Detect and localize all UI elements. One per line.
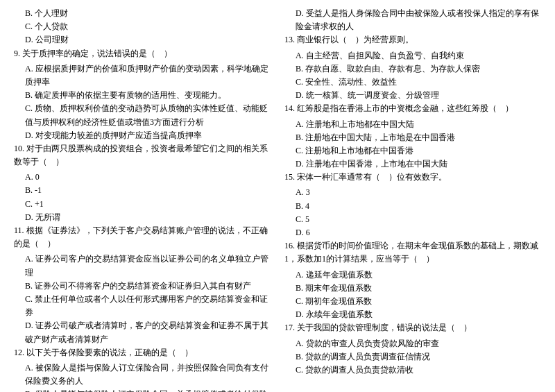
option-item: C. 个人贷款 [25, 20, 271, 33]
option-item: B. 贷款的调查人员负责调查征信情况 [296, 350, 541, 364]
question-title: 16. 根据货币的时间价值理论，在期末年金现值系数的基础上，期数减1，系数加1的… [284, 239, 541, 266]
option-item: D. 永续年金现值系数 [296, 308, 541, 321]
option-item: A. 0 [25, 171, 271, 184]
question-title: 12. 以下关于各保险要素的说法，正确的是（ ） [14, 346, 271, 359]
option-item: D. 无所谓 [25, 211, 271, 224]
option-item: B. -1 [25, 184, 271, 197]
page-container: B. 个人理财C. 个人贷款D. 公司理财9. 关于质押率的确定，说法错误的是（… [14, 7, 541, 392]
option-item: B. 个人理财 [25, 7, 271, 20]
left-column: B. 个人理财C. 个人贷款D. 公司理财9. 关于质押率的确定，说法错误的是（… [14, 7, 271, 392]
option-item: A. 自主经营、自担风险、自负盈亏、自我约束 [296, 49, 541, 62]
option-item: A. 注册地和上市地都在中国大陆 [296, 118, 541, 131]
option-item: B. 4 [296, 200, 541, 213]
option-item: C. +1 [25, 198, 271, 211]
option-item: A. 证券公司客户的交易结算资金应当以证券公司的名义单独立户管理 [25, 253, 271, 279]
option-item: B. 存款自愿、取款自由、存款有息、为存款人保密 [296, 62, 541, 76]
option-item: C. 注册地和上市地都在中国香港 [296, 144, 541, 157]
option-item: A. 递延年金现值系数 [296, 269, 541, 282]
option-item: A. 应根据质押财产的价值和质押财产价值的变动因素，科学地确定质押率 [25, 62, 271, 89]
question-title: 13. 商业银行以（ ）为经营原则。 [284, 33, 541, 46]
question-title: 15. 宋体一种汇率通常有（ ）位有效数字。 [284, 171, 541, 184]
option-item: C. 期初年金现值系数 [296, 295, 541, 308]
option-item: B. 保险人是指与被保险人订立保险合同，并承担赔偿或者给付保险金责任的保险公司 [25, 388, 271, 392]
question-title: 17. 关于我国的贷款管理制度，错误的说法是（ ） [284, 321, 541, 334]
right-column: D. 受益人是指人身保险合同中由被保险人或者投保人指定的享有保险金请求权的人13… [284, 7, 541, 392]
option-item: D. 6 [296, 226, 541, 239]
question-title: 10. 对于由两只股票构成的投资组合，投资者最希望它们之间的相关系数等于（ ） [14, 142, 271, 169]
option-item: C. 安全性、流动性、效益性 [296, 76, 541, 89]
question-title: 9. 关于质押率的确定，说法错误的是（ ） [14, 47, 271, 60]
option-item: C. 5 [296, 213, 541, 226]
option-item: B. 期末年金现值系数 [296, 282, 541, 295]
option-item: D. 证券公司破产或者清算时，客户的交易结算资金和证券不属于其破产财产或者清算财… [25, 319, 271, 346]
option-item: D. 统一核算、统一调度资金、分级管理 [296, 89, 541, 102]
option-item: B. 确定质押率的依据主要有质物的适用性、变现能力。 [25, 89, 271, 102]
option-item: D. 注册地在中国香港，上市地在中国大陆 [296, 157, 541, 171]
option-item: A. 3 [296, 186, 541, 199]
option-item: C. 贷款的调查人员负责贷款清收 [296, 364, 541, 377]
two-col-layout: B. 个人理财C. 个人贷款D. 公司理财9. 关于质押率的确定，说法错误的是（… [14, 7, 541, 392]
option-item: B. 注册地在中国大陆，上市地是在中国香港 [296, 131, 541, 144]
question-title: 14. 红筹股是指在香港上市的中资概念金融，这些红筹股（ ） [284, 102, 541, 115]
question-title: 11. 根据《证券法》，下列关于客户交易结算账户管理的说法，不正确的是（ ） [14, 224, 271, 250]
option-item: C. 禁止任何单位或者个人以任何形式挪用客户的交易结算资金和证券 [25, 293, 271, 319]
option-item: D. 对变现能力较差的质押财产应适当提高质押率 [25, 129, 271, 142]
option-item: C. 质物、质押权利价值的变动趋势可从质物的实体性贬值、动能贬值与质押权利的经济… [25, 102, 271, 128]
option-item: A. 贷款的审查人员负责贷款风险的审查 [296, 337, 541, 350]
option-item: A. 被保险人是指与保险人订立保险合同，并按照保险合同负有支付保险费义务的人 [25, 361, 271, 388]
option-item: D. 公司理财 [25, 33, 271, 46]
option-item: B. 证券公司不得将客户的交易结算资金和证券归入其自有财产 [25, 280, 271, 293]
option-item: D. 受益人是指人身保险合同中由被保险人或者投保人指定的享有保险金请求权的人 [296, 7, 541, 33]
